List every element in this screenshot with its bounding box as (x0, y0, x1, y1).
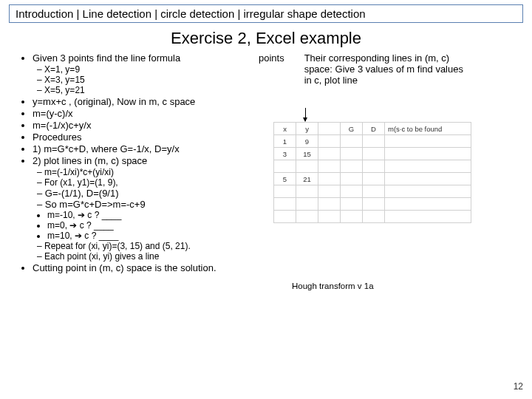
cell (385, 135, 471, 148)
cell (296, 185, 318, 198)
cell (296, 160, 318, 173)
bullet: m=(y-c)/x (33, 108, 273, 119)
cell (363, 173, 385, 185)
cell (341, 135, 363, 148)
cell (296, 211, 318, 223)
sub-sub-point: m=10, ➔ c ? ____ (47, 231, 273, 241)
cell (363, 211, 385, 223)
cell (274, 185, 296, 198)
sub-point: For (x1, y1)=(1, 9), (37, 177, 273, 188)
breadcrumb: Introduction | Line detection | circle d… (9, 4, 523, 23)
sub-point: Repeat for (xi, yi)=(3, 15) and (5, 21). (37, 241, 273, 251)
page-number: 12 (514, 381, 523, 392)
cell (341, 198, 363, 211)
cell: 21 (296, 173, 318, 185)
cell (363, 160, 385, 173)
cell (363, 185, 385, 198)
cell (296, 198, 318, 211)
arrow-down-icon (305, 108, 306, 121)
cell (341, 148, 363, 160)
cell (363, 198, 385, 211)
cell (318, 148, 341, 160)
cell (385, 160, 471, 173)
sub-point: Each point (xi, yi) gives a line (37, 251, 273, 262)
cell (341, 211, 363, 223)
cell (318, 160, 341, 173)
cell (385, 148, 471, 160)
cell: 15 (296, 148, 318, 160)
page-title: Exercise 2, Excel example (0, 29, 532, 48)
sub-sub-point: m=0, ➔ c ? ____ (47, 220, 273, 231)
bullet-solution: Cutting point in (m, c) space is the sol… (33, 262, 273, 273)
excel-table: x y G D m(s·c to be found 19 315 521 (273, 122, 471, 223)
sub-point: X=1, y=9 (37, 64, 273, 75)
sub-point: So m=G*c+D=>m=-c+9 (37, 199, 273, 210)
bullet: Procedures (33, 132, 273, 143)
cell (318, 173, 341, 185)
cell (341, 160, 363, 173)
cell (318, 185, 341, 198)
sub-point: X=5, y=21 (37, 85, 273, 95)
col-header: m(s·c to be found (385, 123, 471, 135)
cell (385, 173, 471, 185)
col-header: G (341, 123, 363, 135)
cell: 5 (274, 173, 296, 185)
col-header: x (274, 123, 296, 135)
cell (274, 211, 296, 223)
cell (274, 198, 296, 211)
cell (385, 211, 471, 223)
cell: 3 (274, 148, 296, 160)
cell (363, 148, 385, 160)
cell (318, 211, 341, 223)
right-text: Their corresponding lines in (m, c) spac… (304, 52, 467, 86)
sub-point: G=-(1/1), D=(9/1) (37, 188, 273, 199)
cell (385, 185, 471, 198)
cell (274, 160, 296, 173)
sub-point: m=(-1/xi)*c+(yi/xi) (37, 167, 273, 177)
bullet: m=(-1/x)c+y/x (33, 120, 273, 131)
col-header: y (296, 123, 318, 135)
bullet: 2) plot lines in (m, c) space (33, 155, 273, 166)
points-label: points (259, 52, 301, 64)
cell (318, 198, 341, 211)
bullet: y=mx+c , (original), Now in m, c space (33, 96, 273, 107)
cell (363, 135, 385, 148)
cell (318, 135, 341, 148)
image-caption: Hough transform v 1a (292, 282, 374, 290)
bullet: 1) m=G*c+D, where G=-1/x, D=y/x (33, 143, 273, 154)
sub-sub-point: m=-10, ➔ c ? ____ (47, 210, 273, 220)
cell (341, 185, 363, 198)
sub-point: X=3, y=15 (37, 75, 273, 85)
cell (385, 198, 471, 211)
col-header: D (363, 123, 385, 135)
cell: 9 (296, 135, 318, 148)
bullet-given: Given 3 points find the line formula (33, 52, 273, 64)
cell (341, 173, 363, 185)
cell: 1 (274, 135, 296, 148)
col-header (318, 123, 341, 135)
